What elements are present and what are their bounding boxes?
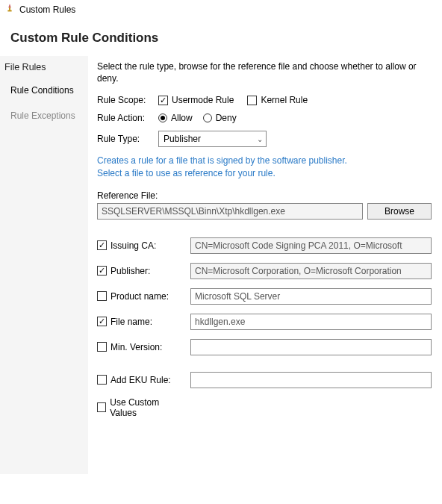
use-custom-values-row: Use Custom Values bbox=[97, 397, 432, 418]
checkbox-icon: ✓ bbox=[97, 317, 107, 326]
issuing-ca-checkbox[interactable]: ✓ Issuing CA: bbox=[97, 240, 183, 251]
checkbox-icon bbox=[97, 375, 107, 385]
file-name-input[interactable] bbox=[190, 314, 432, 330]
rule-type-select[interactable]: Publisher ⌄ bbox=[158, 131, 267, 147]
page-title: Custom Rule Conditions bbox=[0, 19, 442, 56]
deny-label: Deny bbox=[216, 113, 237, 123]
min-version-input[interactable] bbox=[190, 339, 432, 355]
issuing-ca-label: Issuing CA: bbox=[110, 240, 156, 251]
min-version-checkbox[interactable]: Min. Version: bbox=[97, 342, 183, 352]
reference-file-input[interactable] bbox=[97, 203, 363, 220]
checkbox-icon bbox=[247, 96, 257, 105]
rule-action-label: Rule Action: bbox=[97, 113, 158, 123]
add-eku-checkbox[interactable]: Add EKU Rule: bbox=[97, 375, 183, 385]
rule-type-hint: Creates a rule for a file that is signed… bbox=[97, 155, 432, 180]
chevron-down-icon: ⌄ bbox=[257, 135, 263, 143]
publisher-row: ✓ Publisher: bbox=[97, 263, 432, 279]
svg-rect-0 bbox=[9, 7, 10, 10]
file-name-checkbox[interactable]: ✓ File name: bbox=[97, 317, 183, 327]
add-eku-label: Add EKU Rule: bbox=[110, 375, 171, 385]
usermode-rule-checkbox[interactable]: ✓ Usermode Rule bbox=[158, 95, 234, 105]
rule-type-hint-line1: Creates a rule for a file that is signed… bbox=[97, 155, 432, 167]
svg-rect-1 bbox=[7, 10, 11, 12]
checkbox-icon: ✓ bbox=[158, 96, 168, 105]
checkbox-icon bbox=[97, 291, 107, 301]
file-name-label: File name: bbox=[110, 317, 152, 327]
sidebar-item-rule-exceptions[interactable]: Rule Exceptions bbox=[0, 107, 88, 132]
main-panel: Select the rule type, browse for the ref… bbox=[88, 56, 442, 474]
product-name-row: Product name: bbox=[97, 288, 432, 305]
issuing-ca-row: ✓ Issuing CA: bbox=[97, 237, 432, 254]
rule-scope-row: Rule Scope: ✓ Usermode Rule Kernel Rule bbox=[97, 95, 432, 105]
window-title: Custom Rules bbox=[19, 4, 75, 15]
use-custom-values-checkbox[interactable]: Use Custom Values bbox=[97, 397, 183, 418]
rule-action-row: Rule Action: Allow Deny bbox=[97, 113, 432, 123]
publisher-input[interactable] bbox=[190, 263, 432, 279]
rule-type-hint-line2: Select a file to use as reference for yo… bbox=[97, 167, 432, 180]
min-version-row: Min. Version: bbox=[97, 339, 432, 355]
kernel-rule-label: Kernel Rule bbox=[261, 95, 308, 105]
deny-radio[interactable]: Deny bbox=[203, 113, 237, 123]
reference-file-label: Reference File: bbox=[97, 190, 432, 201]
allow-label: Allow bbox=[171, 113, 193, 123]
rule-type-value: Publisher bbox=[164, 134, 201, 144]
checkbox-icon: ✓ bbox=[97, 240, 107, 250]
file-name-row: ✓ File name: bbox=[97, 314, 432, 330]
publisher-checkbox[interactable]: ✓ Publisher: bbox=[97, 266, 183, 276]
allow-radio[interactable]: Allow bbox=[158, 113, 193, 123]
add-eku-input[interactable] bbox=[190, 372, 432, 388]
radio-icon bbox=[203, 113, 212, 122]
app-icon bbox=[4, 3, 15, 16]
checkbox-icon bbox=[97, 342, 107, 352]
min-version-label: Min. Version: bbox=[110, 342, 162, 352]
checkbox-icon bbox=[97, 402, 106, 412]
kernel-rule-checkbox[interactable]: Kernel Rule bbox=[247, 95, 308, 105]
checkbox-icon: ✓ bbox=[97, 266, 107, 276]
product-name-checkbox[interactable]: Product name: bbox=[97, 291, 183, 302]
radio-icon bbox=[158, 113, 167, 122]
sidebar: File Rules Rule Conditions Rule Exceptio… bbox=[0, 56, 88, 474]
product-name-label: Product name: bbox=[110, 291, 169, 302]
reference-file-row: Browse bbox=[97, 203, 432, 220]
issuing-ca-input[interactable] bbox=[190, 237, 432, 254]
add-eku-row: Add EKU Rule: bbox=[97, 372, 432, 388]
rule-type-label: Rule Type: bbox=[97, 134, 158, 144]
usermode-rule-label: Usermode Rule bbox=[172, 95, 234, 105]
product-name-input[interactable] bbox=[190, 288, 432, 305]
window-title-bar: Custom Rules bbox=[0, 0, 442, 19]
publisher-label: Publisher: bbox=[110, 266, 150, 276]
use-custom-values-label: Use Custom Values bbox=[110, 397, 183, 418]
rule-scope-label: Rule Scope: bbox=[97, 95, 158, 105]
sidebar-item-rule-conditions[interactable]: Rule Conditions bbox=[0, 81, 88, 107]
footer-buttons: < Back Add Create Rule Next > bbox=[0, 497, 442, 504]
intro-text: Select the rule type, browse for the ref… bbox=[97, 60, 432, 84]
browse-button[interactable]: Browse bbox=[367, 203, 432, 220]
sidebar-heading: File Rules bbox=[0, 59, 88, 81]
rule-type-row: Rule Type: Publisher ⌄ bbox=[97, 131, 432, 147]
